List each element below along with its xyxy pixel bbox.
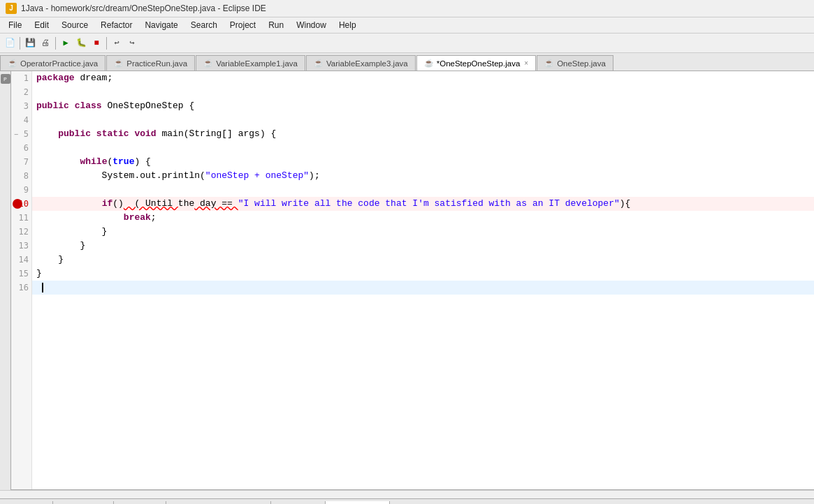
- code-line-11: break;: [32, 211, 814, 225]
- bottom-tab-console[interactable]: ▶ Console ×: [326, 501, 390, 505]
- titlebar: J 1Java - homework/src/dream/OneStepOneS…: [0, 0, 814, 17]
- code-line-6: [32, 141, 814, 155]
- tab-osm[interactable]: ☕*OneStepOneStep.java×: [416, 55, 536, 71]
- bottom-tab-properties[interactable]: □ Properties: [53, 501, 114, 505]
- bottom-tab-servers[interactable]: ◈ Servers: [114, 501, 166, 505]
- line-number: 3: [24, 101, 29, 111]
- code-line-13: }: [32, 239, 814, 253]
- horizontal-scrollbar[interactable]: [0, 490, 814, 498]
- toolbar-stop[interactable]: ■: [89, 36, 103, 50]
- sep3: [106, 37, 107, 50]
- menu-item-source[interactable]: Source: [56, 19, 94, 31]
- main-area: P 1234−5678910111213141516 package dream…: [0, 71, 814, 498]
- line-number: 12: [19, 227, 29, 237]
- app-icon: J: [6, 3, 17, 14]
- code-editor[interactable]: package dream; public class OneStepOneSt…: [32, 71, 814, 489]
- toolbar-undo[interactable]: ↩: [110, 36, 124, 50]
- gutter-line-2[interactable]: 2: [11, 85, 31, 99]
- gutter-line-5[interactable]: −5: [11, 127, 31, 141]
- gutter-line-16[interactable]: 16: [11, 281, 31, 295]
- gutter-line-1[interactable]: 1: [11, 71, 31, 85]
- menu-item-refactor[interactable]: Refactor: [95, 19, 138, 31]
- tab-close-button[interactable]: ×: [524, 59, 528, 67]
- menu-item-help[interactable]: Help: [333, 19, 362, 31]
- menu-item-project[interactable]: Project: [224, 19, 261, 31]
- java-file-icon: ☕: [114, 59, 124, 68]
- line-number: 8: [24, 171, 29, 181]
- menu-item-search[interactable]: Search: [185, 19, 223, 31]
- line-number: 11: [19, 213, 29, 223]
- code-line-15: }: [32, 267, 814, 281]
- gutter-line-7[interactable]: 7: [11, 155, 31, 169]
- gutter-line-4[interactable]: 4: [11, 113, 31, 127]
- gutter-line-6[interactable]: 6: [11, 141, 31, 155]
- line-number: 13: [19, 241, 29, 251]
- java-file-icon: ☕: [203, 59, 213, 68]
- tab-ve1[interactable]: ☕VariableExample1.java: [196, 55, 305, 71]
- line-number: 2: [24, 87, 29, 97]
- gutter-line-8[interactable]: 8: [11, 169, 31, 183]
- code-line-7: while(true) {: [32, 155, 814, 169]
- gutter-line-9[interactable]: 9: [11, 183, 31, 197]
- bottom-tab-markers[interactable]: ■ Markers: [0, 501, 53, 505]
- editor-container[interactable]: 1234−5678910111213141516 package dream; …: [11, 71, 814, 490]
- gutter-line-12[interactable]: 12: [11, 225, 31, 239]
- gutter-line-14[interactable]: 14: [11, 253, 31, 267]
- menu-item-run[interactable]: Run: [263, 19, 289, 31]
- code-line-2: [32, 85, 814, 99]
- bottom-tab-bar: ■ Markers□ Properties◈ Servers◉ Data Sou…: [0, 499, 814, 504]
- gutter-line-11[interactable]: 11: [11, 211, 31, 225]
- line-number: 5: [24, 129, 29, 139]
- tab-ve3[interactable]: ☕VariableExample3.java: [306, 55, 416, 71]
- bottom-tab-data-source-explorer[interactable]: ◉ Data Source Explorer: [166, 501, 271, 505]
- menu-item-navigate[interactable]: Navigate: [139, 19, 183, 31]
- java-file-icon: ☕: [8, 59, 17, 68]
- tab-label: OperatorPractice.java: [20, 59, 98, 68]
- gutter-line-10[interactable]: 10: [11, 197, 31, 211]
- java-file-icon: ☕: [424, 59, 434, 68]
- line-number: 7: [24, 157, 29, 167]
- toolbar-print[interactable]: 🖨: [38, 36, 52, 50]
- code-line-3: public class OneStepOneStep {: [32, 99, 814, 113]
- code-line-4: [32, 113, 814, 127]
- toolbar-debug[interactable]: 🐛: [74, 36, 88, 50]
- code-line-1: package dream;: [32, 71, 814, 85]
- toolbar-redo[interactable]: ↪: [125, 36, 139, 50]
- gutter-line-13[interactable]: 13: [11, 239, 31, 253]
- code-line-10: if() ( Until the day == "I will write al…: [32, 197, 814, 211]
- toolbar-run[interactable]: ▶: [59, 36, 73, 50]
- line-number-gutter: 1234−5678910111213141516: [11, 71, 32, 489]
- tab-row: ☕OperatorPractice.java☕PracticeRun.java☕…: [0, 53, 814, 71]
- java-file-icon: ☕: [314, 59, 324, 68]
- code-line-8: System.out.println("oneStep + oneStep");: [32, 169, 814, 183]
- line-number: 9: [24, 185, 29, 195]
- bottom-panel: ■ Markers□ Properties◈ Servers◉ Data Sou…: [0, 498, 814, 504]
- line-number: 16: [19, 283, 29, 292]
- java-file-icon: ☕: [544, 59, 554, 68]
- editor-wrapper: P 1234−5678910111213141516 package dream…: [0, 71, 814, 490]
- line-number: 6: [24, 143, 29, 153]
- code-line-5: public static void main(String[] args) {: [32, 127, 814, 141]
- menu-item-edit[interactable]: Edit: [29, 19, 54, 31]
- line-number: 15: [19, 269, 29, 279]
- code-line-12: }: [32, 225, 814, 239]
- fold-indicator[interactable]: −: [11, 131, 21, 138]
- menu-item-window[interactable]: Window: [291, 19, 332, 31]
- toolbar: 📄 💾 🖨 ▶ 🐛 ■ ↩ ↪: [0, 34, 814, 53]
- breakpoint-indicator: [13, 199, 22, 209]
- line-number: 1: [24, 73, 29, 83]
- sidebar-package-explorer[interactable]: P: [1, 74, 10, 84]
- tab-label: PracticeRun.java: [126, 59, 187, 68]
- title-text: 1Java - homework/src/dream/OneStepOneSte…: [21, 3, 266, 13]
- tab-label: VariableExample3.java: [326, 59, 408, 68]
- tab-os[interactable]: ☕OneStep.java: [537, 55, 613, 71]
- gutter-line-15[interactable]: 15: [11, 267, 31, 281]
- gutter-line-3[interactable]: 3: [11, 99, 31, 113]
- tab-pr[interactable]: ☕PracticeRun.java: [106, 55, 195, 71]
- menu-item-file[interactable]: File: [3, 19, 27, 31]
- tab-op[interactable]: ☕OperatorPractice.java: [0, 55, 106, 71]
- toolbar-new[interactable]: 📄: [3, 36, 17, 50]
- bottom-tab-snippets[interactable]: ≡ Snippets: [271, 501, 326, 505]
- toolbar-save[interactable]: 💾: [23, 36, 37, 50]
- sep1: [20, 37, 20, 50]
